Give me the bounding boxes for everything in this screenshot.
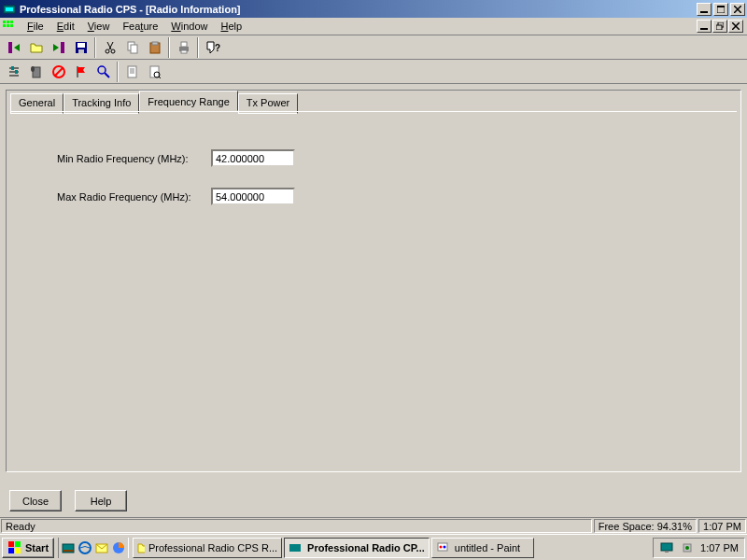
- taskbar-task-1[interactable]: Professional Radio CPS R...: [133, 538, 282, 558]
- mdi-close-button[interactable]: [728, 20, 743, 33]
- menu-feature[interactable]: Feature: [116, 19, 164, 34]
- svg-rect-12: [10, 24, 13, 27]
- svg-rect-26: [152, 42, 158, 45]
- tray-device-icon[interactable]: [680, 540, 695, 555]
- svg-rect-51: [15, 541, 21, 547]
- svg-line-42: [105, 73, 109, 77]
- open-icon[interactable]: [25, 37, 47, 58]
- svg-line-49: [159, 77, 161, 78]
- find-icon[interactable]: [92, 62, 114, 82]
- taskbar-task-3[interactable]: untitled - Paint: [431, 538, 534, 558]
- min-freq-row: Min Radio Frequency (MHz):: [57, 149, 737, 167]
- max-freq-input[interactable]: [211, 188, 295, 205]
- copy-icon[interactable]: [121, 37, 143, 58]
- svg-rect-10: [3, 24, 6, 27]
- app-icon: [2, 2, 17, 17]
- svg-point-41: [98, 66, 106, 74]
- tab-panel: General Tracking Info Frequency Range Tx…: [6, 90, 741, 472]
- min-freq-input[interactable]: [211, 149, 295, 167]
- flag-icon[interactable]: [70, 62, 92, 82]
- cut-icon[interactable]: [99, 37, 120, 58]
- status-free-space: Free Space: 94.31%: [594, 519, 697, 533]
- svg-rect-2: [700, 11, 708, 13]
- svg-rect-43: [128, 66, 136, 77]
- svg-point-37: [31, 66, 35, 72]
- max-freq-row: Max Radio Frequency (MHz):: [57, 188, 737, 205]
- mdi-area: General Tracking Info Frequency Range Tx…: [0, 84, 747, 519]
- toolbar-2: [0, 60, 747, 84]
- ie-icon[interactable]: [78, 540, 92, 555]
- radio-config-icon[interactable]: [25, 62, 47, 82]
- outlook-icon[interactable]: [94, 540, 109, 555]
- save-icon[interactable]: [70, 37, 92, 58]
- clone-prohibit-icon[interactable]: [48, 62, 69, 82]
- menu-view[interactable]: View: [81, 19, 117, 34]
- svg-rect-50: [8, 541, 14, 547]
- svg-rect-63: [661, 543, 672, 551]
- mdi-buttons: [697, 20, 745, 33]
- svg-rect-28: [181, 42, 187, 47]
- min-freq-label: Min Radio Frequency (MHz):: [57, 153, 211, 164]
- write-radio-icon[interactable]: [48, 37, 69, 58]
- mdi-child-icon: [2, 19, 17, 34]
- svg-rect-11: [7, 24, 9, 27]
- show-desktop-icon[interactable]: [61, 540, 76, 555]
- tray-monitor-icon[interactable]: [659, 540, 674, 555]
- svg-rect-52: [8, 548, 14, 553]
- paint-icon: [436, 541, 451, 554]
- svg-rect-64: [665, 551, 669, 553]
- list-icon[interactable]: [144, 62, 165, 82]
- mdi-restore-button[interactable]: [712, 20, 727, 33]
- folder-icon: [137, 541, 145, 554]
- print-icon[interactable]: [173, 37, 194, 58]
- task-3-label: untitled - Paint: [455, 542, 520, 553]
- mdi-minimize-button[interactable]: [697, 20, 712, 33]
- svg-point-62: [443, 545, 445, 548]
- window-title: Professional Radio CPS - [Radio Informat…: [20, 4, 697, 15]
- toolbar-1: ?: [0, 35, 747, 60]
- whats-this-icon[interactable]: ?: [202, 37, 223, 58]
- svg-rect-15: [716, 25, 722, 30]
- tab-content: Min Radio Frequency (MHz): Max Radio Fre…: [10, 111, 737, 468]
- title-bar: Professional Radio CPS - [Radio Informat…: [0, 0, 747, 18]
- toolbar-separator: [197, 37, 199, 58]
- svg-rect-29: [181, 50, 187, 53]
- quick-launch: [58, 538, 129, 558]
- toolbar-separator: [94, 37, 96, 58]
- svg-rect-24: [131, 45, 137, 53]
- svg-line-39: [55, 68, 63, 76]
- report-icon[interactable]: [121, 62, 143, 82]
- app-icon: [289, 541, 303, 554]
- controls-icon[interactable]: [3, 62, 24, 82]
- menu-file[interactable]: File: [21, 19, 50, 34]
- maximize-button[interactable]: [713, 3, 728, 16]
- svg-point-61: [439, 545, 442, 548]
- taskbar-task-2[interactable]: Professional Radio CP...: [284, 538, 430, 558]
- max-freq-label: Max Radio Frequency (MHz):: [57, 191, 211, 203]
- tab-frequency-range[interactable]: Frequency Range: [139, 91, 237, 111]
- help-button-dialog[interactable]: Help: [75, 490, 127, 511]
- windows-logo-icon: [7, 540, 22, 555]
- svg-rect-55: [63, 550, 73, 552]
- svg-rect-13: [700, 28, 708, 30]
- read-radio-icon[interactable]: [3, 37, 24, 58]
- svg-point-22: [111, 49, 115, 53]
- svg-rect-8: [7, 21, 9, 23]
- svg-point-21: [106, 49, 109, 53]
- menu-window[interactable]: Window: [164, 19, 214, 34]
- svg-text:?: ?: [215, 43, 220, 53]
- svg-rect-59: [289, 544, 301, 552]
- firefox-icon[interactable]: [111, 540, 126, 555]
- close-button[interactable]: [730, 3, 745, 16]
- svg-rect-19: [78, 43, 85, 48]
- svg-rect-53: [15, 548, 21, 553]
- svg-rect-1: [6, 7, 13, 11]
- minimize-button[interactable]: [697, 3, 712, 16]
- start-button[interactable]: Start: [2, 538, 54, 558]
- menu-edit[interactable]: Edit: [50, 19, 81, 34]
- menu-help[interactable]: Help: [214, 19, 248, 34]
- svg-rect-7: [3, 21, 6, 23]
- svg-point-66: [685, 546, 689, 550]
- close-button-dialog[interactable]: Close: [9, 490, 62, 511]
- paste-icon[interactable]: [144, 37, 165, 58]
